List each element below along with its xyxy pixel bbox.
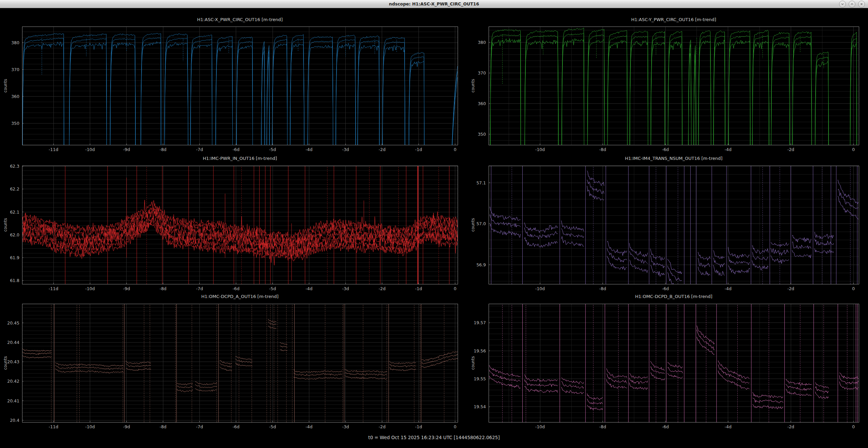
maximize-button[interactable]: [849, 1, 855, 7]
x-tick-label: -9d: [123, 286, 130, 291]
y-tick-label: 19.56: [474, 348, 486, 353]
trace: [22, 42, 64, 246]
plot-3[interactable]: -10d-8d-6d-4d-2d056.957.057.1counts: [471, 166, 859, 291]
y-tick-label: 19.57: [474, 320, 486, 325]
x-tick-label: -10d: [85, 286, 95, 291]
plots-canvas[interactable]: -11d-10d-9d-8d-7d-6d-5d-4d-3d-2d-1d03503…: [0, 0, 868, 448]
y-tick-label: 20.45: [7, 320, 19, 326]
y-tick-label: 350: [11, 121, 19, 126]
plot-2[interactable]: -11d-10d-9d-8d-7d-6d-5d-4d-3d-2d-1d061.8…: [3, 164, 458, 291]
x-tick-label: 0: [852, 424, 855, 429]
chevron-down-icon: [840, 2, 845, 6]
trace: [236, 37, 253, 239]
tick-labels: -10d-8d-6d-4d-2d019.5419.5519.5619.57: [474, 320, 855, 429]
trace: [294, 377, 342, 380]
trace: [524, 386, 558, 393]
trace: [524, 375, 558, 382]
x-tick-label: -2d: [379, 286, 386, 291]
trace: [752, 246, 768, 254]
trace: [713, 258, 725, 267]
y-tick-label: 61.8: [10, 278, 19, 283]
y-tick-label: 360: [478, 101, 486, 106]
trace: [55, 368, 124, 373]
trace: [294, 373, 342, 376]
trace: [587, 394, 603, 400]
trace: [236, 41, 253, 243]
y-axis-label: counts: [471, 218, 475, 232]
x-tick-label: -8d: [160, 147, 166, 152]
tick-labels: -11d-10d-9d-8d-7d-6d-5d-4d-3d-2d-1d020.4…: [7, 320, 456, 429]
plot-title: H1:IMC-PWR_IN_OUT16 [m-trend]: [22, 156, 458, 161]
x-tick-label: -9d: [123, 147, 130, 152]
y-tick-label: 19.55: [474, 376, 486, 381]
close-button[interactable]: [858, 1, 865, 7]
x-tick-label: -1d: [415, 147, 422, 152]
x-tick-label: -9d: [123, 424, 130, 429]
tick-labels: -10d-8d-6d-4d-2d0350360370380: [478, 40, 855, 152]
trace: [524, 31, 558, 261]
trace: [268, 326, 276, 329]
trace: [261, 46, 265, 245]
trace: [771, 32, 790, 262]
trace: [668, 31, 682, 262]
x-tick-label: -11d: [49, 147, 58, 152]
y-tick-label: 20.42: [7, 379, 19, 384]
plot-4[interactable]: -11d-10d-9d-8d-7d-6d-5d-4d-3d-2d-1d020.4…: [3, 304, 458, 429]
window-controls: [839, 1, 865, 7]
trace: [668, 362, 683, 368]
trace: [235, 359, 252, 363]
trace: [629, 383, 648, 390]
y-axis-label: counts: [3, 79, 8, 93]
x-tick-label: -4d: [306, 286, 312, 291]
y-tick-label: 20.41: [7, 398, 19, 403]
x-tick-label: -2d: [787, 147, 794, 152]
trace: [815, 62, 829, 291]
grid-major: [489, 166, 859, 284]
trace: [792, 250, 811, 258]
x-tick-label: -10d: [85, 424, 95, 429]
y-axis-label: counts: [471, 79, 475, 93]
grid-minor: [22, 32, 458, 145]
x-tick-label: -11d: [49, 286, 58, 291]
trace: [587, 29, 604, 259]
trace: [524, 222, 558, 233]
trace: [280, 343, 288, 345]
trace: [195, 388, 217, 392]
trace: [110, 34, 136, 235]
grid-major: [489, 304, 859, 422]
plot-5[interactable]: -10d-8d-6d-4d-2d019.5419.5519.5619.57cou…: [471, 304, 859, 429]
trace: [839, 382, 858, 389]
trace: [713, 36, 725, 266]
y-tick-label: 380: [11, 40, 19, 45]
y-axis-label: counts: [3, 356, 8, 370]
axis-frame: [22, 166, 458, 284]
axis-frame: [489, 304, 859, 422]
trace: [838, 180, 858, 204]
minimize-button[interactable]: [839, 1, 846, 7]
trace: [422, 358, 458, 368]
trace: [307, 36, 333, 238]
trace: [307, 45, 333, 247]
trace: [220, 363, 232, 367]
trace: [110, 43, 136, 245]
trace: [215, 45, 233, 247]
window-titlebar[interactable]: ndscope: H1:ASC-X_PWR_CIRC_OUT16: [0, 0, 868, 8]
y-tick-label: 20.4: [10, 418, 19, 423]
trace: [786, 384, 812, 391]
x-tick-label: -4d: [306, 424, 312, 429]
trace: [490, 38, 521, 271]
trace: [792, 242, 811, 249]
x-tick-label: -1d: [415, 424, 422, 429]
y-axis-label: counts: [471, 356, 475, 370]
y-tick-label: 20.44: [7, 340, 19, 345]
trace: [688, 53, 691, 275]
trace: [489, 365, 521, 377]
traces: [490, 166, 858, 290]
trace: [839, 376, 858, 384]
trace: [838, 196, 858, 219]
trace: [607, 36, 627, 265]
x-tick-label: -8d: [599, 286, 606, 291]
traces: [22, 304, 458, 422]
trace: [357, 45, 379, 248]
trace: [587, 171, 604, 186]
